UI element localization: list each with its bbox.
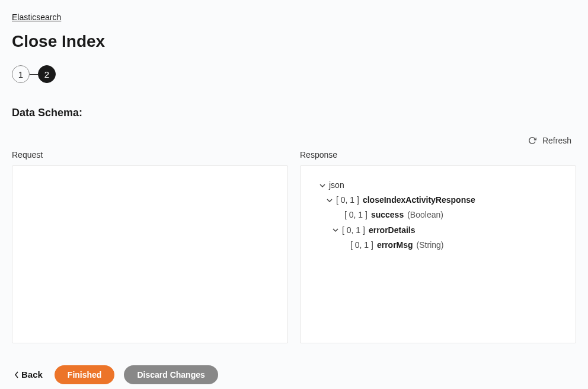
tree-node-cardinality: [ 0, 1 ]	[336, 193, 359, 208]
tree-node-closeindexactivityresponse[interactable]: [ 0, 1 ] closeIndexActivityResponse	[312, 193, 564, 208]
breadcrumb-root-link[interactable]: Elasticsearch	[12, 12, 61, 22]
section-title: Data Schema:	[12, 107, 576, 119]
tree-node-cardinality: [ 0, 1 ]	[342, 223, 365, 238]
response-label: Response	[300, 150, 576, 160]
tree-node-type: (String)	[417, 238, 444, 253]
tree-node-json[interactable]: json	[312, 178, 564, 193]
tree-node-errordetails[interactable]: [ 0, 1 ] errorDetails	[312, 223, 564, 238]
chevron-left-icon	[14, 371, 19, 378]
discard-changes-button[interactable]: Discard Changes	[124, 365, 218, 384]
schema-panels: Request Response json [ 0, 1 ] closeInde…	[12, 150, 576, 343]
tree-node-type: (Boolean)	[407, 208, 443, 222]
tree-node-name: closeIndexActivityResponse	[363, 193, 475, 208]
stepper: 1 2	[12, 65, 576, 83]
request-panel[interactable]	[12, 165, 288, 343]
response-tree: json [ 0, 1 ] closeIndexActivityResponse…	[312, 178, 564, 253]
response-panel[interactable]: json [ 0, 1 ] closeIndexActivityResponse…	[300, 165, 576, 343]
tree-node-cardinality: [ 0, 1 ]	[350, 238, 373, 253]
footer-actions: Back Finished Discard Changes	[12, 365, 576, 384]
step-1[interactable]: 1	[12, 65, 30, 83]
back-label: Back	[21, 369, 43, 380]
step-2[interactable]: 2	[38, 65, 56, 83]
tree-node-label: json	[329, 178, 344, 193]
back-button[interactable]: Back	[12, 365, 45, 384]
breadcrumb: Elasticsearch	[12, 12, 576, 23]
step-connector	[30, 74, 38, 75]
page-title: Close Index	[12, 32, 576, 51]
tree-node-name: errorDetails	[369, 223, 416, 238]
tree-node-name: errorMsg	[377, 238, 413, 253]
chevron-down-icon[interactable]	[327, 197, 333, 203]
chevron-down-icon[interactable]	[319, 183, 325, 189]
finished-button[interactable]: Finished	[55, 365, 115, 384]
tree-node-success[interactable]: [ 0, 1 ] success (Boolean)	[312, 208, 564, 222]
refresh-icon	[528, 136, 536, 145]
request-label: Request	[12, 150, 288, 160]
refresh-label: Refresh	[542, 136, 571, 145]
tree-node-errormsg[interactable]: [ 0, 1 ] errorMsg (String)	[312, 238, 564, 253]
refresh-button[interactable]: Refresh	[523, 133, 576, 148]
tree-node-name: success	[371, 208, 404, 222]
chevron-down-icon[interactable]	[333, 227, 338, 233]
tree-node-cardinality: [ 0, 1 ]	[344, 208, 368, 222]
